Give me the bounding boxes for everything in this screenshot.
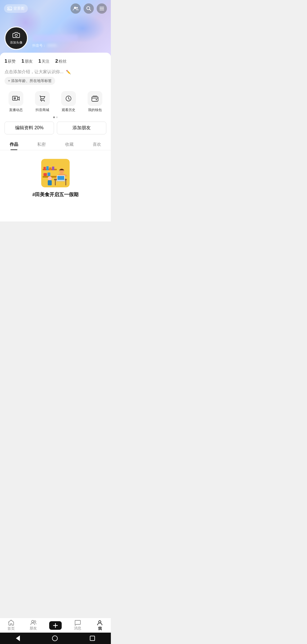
shop-icon-circle bbox=[35, 91, 50, 106]
stat-fans-label: 粉丝 bbox=[59, 59, 67, 64]
dot-2 bbox=[56, 116, 58, 118]
svg-rect-20 bbox=[43, 167, 46, 170]
background-image-label: 背景图 bbox=[13, 6, 24, 11]
content-area: #田美食开启五一假期 bbox=[0, 150, 111, 221]
features-row: 直播动态 抖音商城 观看历史 bbox=[0, 87, 111, 115]
svg-rect-36 bbox=[56, 181, 65, 181]
add-friend-label: 添加朋友 bbox=[72, 125, 91, 130]
top-icons bbox=[70, 3, 107, 14]
tab-private[interactable]: 私密 bbox=[28, 138, 56, 150]
feature-history-label: 观看历史 bbox=[62, 108, 75, 112]
live-icon-circle bbox=[9, 91, 23, 106]
action-buttons: 编辑资料 20% 添加朋友 bbox=[0, 120, 111, 138]
stat-likes[interactable]: 1 获赞 bbox=[5, 58, 16, 64]
add-tags-button[interactable]: + 添加年龄、所在地等标签 bbox=[5, 77, 55, 85]
svg-rect-33 bbox=[55, 180, 56, 185]
svg-rect-24 bbox=[43, 173, 47, 176]
bio-edit-icon[interactable]: ✏️ bbox=[66, 70, 71, 74]
svg-point-9 bbox=[15, 34, 17, 36]
feature-live[interactable]: 直播动态 bbox=[6, 91, 26, 112]
bio-text[interactable]: 点击添加介绍，让大家认识你... ✏️ bbox=[5, 69, 106, 75]
stats-row: 1 获赞 1 朋友 1 关注 2 粉丝 bbox=[0, 57, 111, 68]
username-area: 抖音号： 26000... bbox=[32, 35, 106, 50]
svg-rect-37 bbox=[57, 176, 64, 180]
feature-wallet[interactable]: 我的钱包 bbox=[85, 91, 105, 112]
svg-rect-31 bbox=[48, 180, 52, 185]
feature-shop[interactable]: 抖音商城 bbox=[32, 91, 52, 112]
bio-placeholder: 点击添加介绍，让大家认识你... bbox=[5, 69, 64, 75]
tab-favorites[interactable]: 收藏 bbox=[55, 138, 83, 150]
stat-fans-num: 2 bbox=[55, 58, 58, 64]
stat-likes-label: 获赞 bbox=[8, 59, 16, 64]
add-avatar-label: 添加头像 bbox=[10, 40, 22, 45]
tags-btn-label: + 添加年龄、所在地等标签 bbox=[8, 78, 52, 83]
profile-info-area: 添加头像 抖音号： 26000... bbox=[0, 26, 111, 50]
stat-friends-label: 朋友 bbox=[25, 59, 33, 64]
svg-point-13 bbox=[44, 101, 45, 102]
add-friend-button[interactable]: 添加朋友 bbox=[57, 122, 106, 134]
feature-live-label: 直播动态 bbox=[9, 108, 23, 112]
tab-works[interactable]: 作品 bbox=[0, 138, 28, 150]
svg-point-12 bbox=[41, 101, 42, 102]
svg-rect-34 bbox=[65, 180, 66, 185]
svg-rect-22 bbox=[49, 167, 51, 170]
camera-icon bbox=[13, 32, 20, 40]
avatar-container: 添加头像 bbox=[5, 26, 28, 50]
background-image-button[interactable]: 背景图 bbox=[4, 4, 28, 13]
menu-button[interactable] bbox=[97, 3, 107, 14]
feature-shop-label: 抖音商城 bbox=[36, 108, 49, 112]
douyin-id: 抖音号： 26000... bbox=[32, 43, 106, 48]
svg-rect-21 bbox=[46, 166, 49, 170]
svg-point-30 bbox=[48, 176, 52, 180]
avatar-button[interactable]: 添加头像 bbox=[5, 26, 28, 50]
tab-likes[interactable]: 喜欢 bbox=[83, 138, 111, 150]
friends-button[interactable] bbox=[70, 3, 81, 14]
svg-point-16 bbox=[96, 99, 97, 100]
svg-rect-15 bbox=[92, 97, 98, 101]
promo-text: #田美食开启五一假期 bbox=[32, 191, 78, 198]
stat-friends-num: 1 bbox=[21, 58, 24, 64]
tabs-row: 作品 私密 收藏 喜欢 bbox=[0, 138, 111, 150]
svg-rect-25 bbox=[47, 173, 50, 176]
stat-fans[interactable]: 2 粉丝 bbox=[55, 58, 66, 64]
username-blurred bbox=[32, 35, 78, 42]
tab-favorites-label: 收藏 bbox=[65, 142, 74, 147]
tab-likes-label: 喜欢 bbox=[93, 142, 101, 147]
search-button[interactable] bbox=[84, 3, 94, 14]
history-icon-circle bbox=[61, 91, 76, 106]
feature-wallet-label: 我的钱包 bbox=[88, 108, 102, 112]
promo-image bbox=[41, 159, 70, 187]
feature-history[interactable]: 观看历史 bbox=[59, 91, 78, 112]
bio-area: 点击添加介绍，让大家认识你... ✏️ + 添加年龄、所在地等标签 bbox=[0, 68, 111, 87]
stat-following[interactable]: 1 关注 bbox=[38, 58, 49, 64]
svg-rect-23 bbox=[52, 167, 54, 170]
tab-works-label: 作品 bbox=[10, 142, 18, 147]
svg-line-5 bbox=[90, 9, 91, 11]
edit-profile-button[interactable]: 编辑资料 20% bbox=[5, 122, 54, 134]
profile-banner: 背景图 bbox=[0, 0, 111, 56]
wallet-icon-circle bbox=[88, 91, 102, 106]
stat-following-num: 1 bbox=[38, 58, 41, 64]
tab-private-label: 私密 bbox=[37, 142, 46, 147]
banner-top-bar: 背景图 bbox=[0, 3, 111, 14]
edit-profile-label: 编辑资料 20% bbox=[15, 125, 43, 130]
main-card: 1 获赞 1 朋友 1 关注 2 粉丝 点击添加介绍，让大家认识你... ✏️ … bbox=[0, 53, 111, 221]
stat-friends[interactable]: 1 朋友 bbox=[21, 58, 32, 64]
douyin-id-value: 26000... bbox=[47, 44, 59, 48]
stat-likes-num: 1 bbox=[5, 58, 7, 64]
stat-following-label: 关注 bbox=[42, 59, 49, 64]
svg-point-3 bbox=[76, 7, 78, 9]
svg-point-1 bbox=[9, 8, 9, 9]
dot-1 bbox=[53, 116, 55, 118]
scroll-dots bbox=[0, 115, 111, 120]
